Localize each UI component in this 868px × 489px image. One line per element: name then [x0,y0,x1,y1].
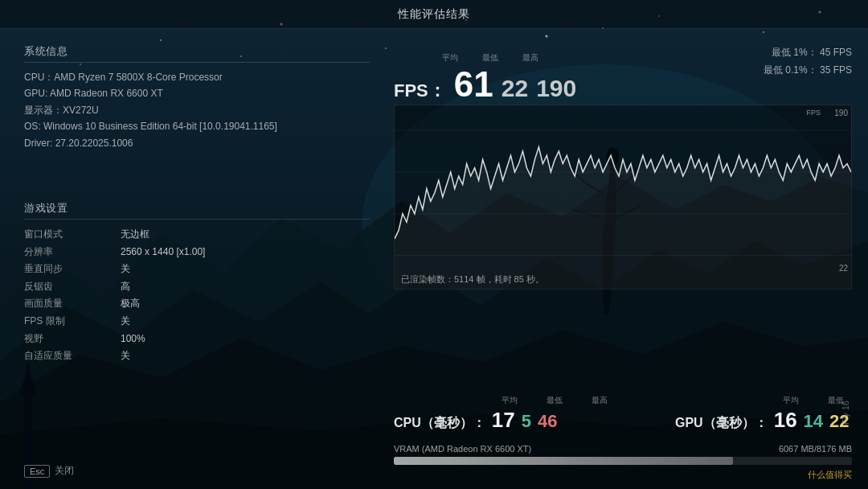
vram-used: 6067 MB/8176 MB [779,444,852,454]
max-label: 最高 [522,52,538,64]
svg-point-7 [546,35,548,38]
settings-val: 高 [121,278,130,296]
gpu-avg-val: 16 [774,408,797,433]
fps-avg-val: 61 [454,67,493,102]
gpu-min-val: 14 [804,411,823,432]
watermark: 什么值得买 [808,469,852,481]
cpu-avg-val: 17 [492,408,515,433]
cpu-avg-label: 平均 [498,395,521,406]
vram-bar-fill [394,457,733,465]
settings-row: 分辨率2560 x 1440 [x1.00] [24,244,370,261]
page-title: 性能评估结果 [398,7,470,22]
monitor-info: 显示器：XV272U [24,102,370,118]
system-info-panel: 系统信息 CPU：AMD Ryzen 7 5800X 8-Core Proces… [24,44,370,151]
fps-min01-line: 最低 0.1%： 35 FPS [764,62,852,80]
settings-key: 自适应质量 [24,347,121,365]
fps-min-stats: 最低 1%： 45 FPS 最低 0.1%： 35 FPS [764,44,852,79]
fps-display: 平均 最低 最高 FPS： 61 22 190 [394,52,576,103]
fps-max-val: 190 [536,76,576,101]
settings-val: 2560 x 1440 [x1.00] [121,244,205,261]
game-settings-panel: 游戏设置 窗口模式无边框分辨率2560 x 1440 [x1.00]垂直同步关反… [24,201,370,365]
settings-val: 100% [121,331,145,348]
fps-graph-svg [395,105,851,289]
svg-point-5 [385,47,387,49]
driver-info: Driver: 27.20.22025.1006 [24,135,370,151]
settings-row: 垂直同步关 [24,261,370,278]
fps-min1-label: 最低 1%： [772,47,817,58]
game-settings-title: 游戏设置 [24,201,370,220]
avg-label: 平均 [442,52,458,64]
cpu-label: CPU（毫秒）： [394,415,485,432]
fps-graph-inner: FPS 190 22 已渲染帧数：5114 帧，耗时 85 秒。 [395,105,851,289]
settings-row: 画面质量极高 [24,295,370,313]
settings-row: 反锯齿高 [24,278,370,296]
fly16-label: Fly 16 [841,401,850,425]
settings-key: FPS 限制 [24,313,121,331]
esc-label: 关闭 [55,464,74,478]
settings-key: 视野 [24,331,121,348]
vram-bar-track [394,457,852,465]
fps-rendered-info: 已渲染帧数：5114 帧，耗时 85 秒。 [401,273,544,286]
min-label: 最低 [482,52,498,64]
settings-table: 窗口模式无边框分辨率2560 x 1440 [x1.00]垂直同步关反锯齿高画面… [24,226,370,365]
title-bar: 性能评估结果 [0,0,868,29]
gpu-info: GPU: AMD Radeon RX 6600 XT [24,85,370,101]
watermark-text: 什么值得买 [808,470,852,479]
settings-row: 视野100% [24,331,370,348]
cpu-section: 平均 最低 最高 CPU（毫秒）： 17 5 46 [394,395,611,433]
fps-axis-label-fps: FPS [806,109,821,117]
fps-min01-label: 最低 0.1%： [764,64,817,76]
settings-row: 自适应质量关 [24,347,370,365]
settings-key: 窗口模式 [24,226,121,244]
settings-row: FPS 限制关 [24,313,370,331]
fps-min1-line: 最低 1%： 45 FPS [764,44,852,62]
os-info: OS: Windows 10 Business Edition 64-bit [… [24,118,370,134]
gpu-section: 平均 最低 最高 GPU（毫秒）： 16 14 22 [675,395,868,433]
cpu-gpu-row: 平均 最低 最高 CPU（毫秒）： 17 5 46 平均 最低 最高 GPU（毫… [394,395,852,433]
fps-min01-val: 35 FPS [820,64,852,76]
settings-key: 反锯齿 [24,278,121,296]
settings-val: 无边框 [121,226,149,244]
settings-val: 关 [121,313,130,331]
cpu-info: CPU：AMD Ryzen 7 5800X 8-Core Processor [24,69,370,85]
svg-point-9 [763,31,764,33]
fps-axis-val-bot: 22 [839,264,848,273]
cpu-min-label: 最低 [543,395,566,406]
esc-key[interactable]: Esc [24,465,50,478]
settings-key: 垂直同步 [24,261,121,278]
system-info-title: 系统信息 [24,44,370,63]
vram-section: VRAM (AMD Radeon RX 6600 XT) 6067 MB/817… [394,444,852,465]
cpu-gpu-stats: 平均 最低 最高 CPU（毫秒）： 17 5 46 平均 最低 最高 GPU（毫… [394,395,852,433]
gpu-label: GPU（毫秒）： [675,415,768,432]
vram-label-row: VRAM (AMD Radeon RX 6600 XT) 6067 MB/817… [394,444,852,454]
cpu-max-label: 最高 [588,395,611,406]
settings-row: 窗口模式无边框 [24,226,370,244]
settings-key: 画面质量 [24,295,121,313]
fps-min1-val: 45 FPS [820,47,852,58]
fps-min-val: 22 [502,76,528,101]
fps-axis-val-top: 190 [834,109,848,117]
esc-close-section[interactable]: Esc 关闭 [24,464,74,478]
cpu-max-val: 46 [538,411,557,432]
system-info-content: CPU：AMD Ryzen 7 5800X 8-Core Processor G… [24,69,370,151]
settings-val: 关 [121,347,130,365]
settings-val: 极高 [121,295,140,313]
settings-val: 关 [121,261,130,278]
settings-key: 分辨率 [24,244,121,261]
cpu-min-val: 5 [522,411,531,432]
fps-graph-container: FPS 190 22 已渲染帧数：5114 帧，耗时 85 秒。 [394,105,852,290]
fps-label: FPS： [394,79,446,103]
vram-label: VRAM (AMD Radeon RX 6600 XT) [394,444,531,454]
svg-point-3 [160,39,162,41]
gpu-avg-label: 平均 [780,395,802,406]
